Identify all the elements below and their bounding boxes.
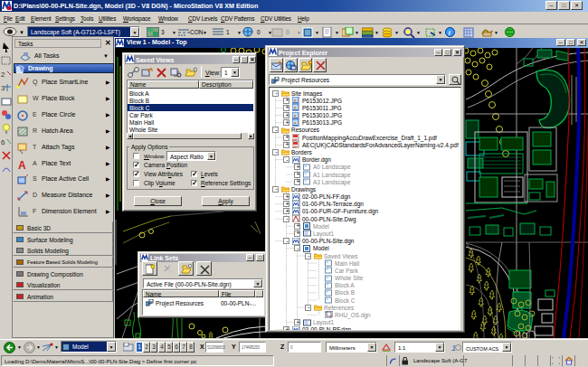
svg-text:2: 2 <box>1 71 5 79</box>
svg-text:6: 6 <box>1 138 5 146</box>
svg-text:A: A <box>18 159 26 170</box>
svg-text:3: 3 <box>1 84 5 92</box>
